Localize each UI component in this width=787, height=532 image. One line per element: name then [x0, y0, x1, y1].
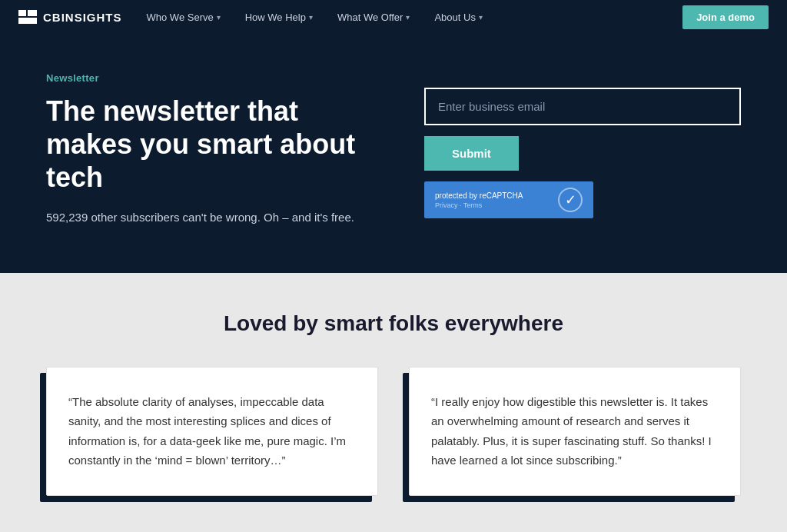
- testimonial-item-1: “The absolute clarity of analyses, impec…: [46, 367, 378, 496]
- hero-title: The newsletter that makes you smart abou…: [46, 95, 363, 195]
- hero-left: Newsletter The newsletter that makes you…: [46, 72, 363, 227]
- navbar: CBINSIGHTS Who We Serve ▾ How We Help ▾ …: [0, 0, 787, 34]
- email-input[interactable]: [424, 88, 741, 125]
- logo-icon: [18, 10, 37, 24]
- svg-rect-1: [28, 10, 37, 16]
- testimonial-card: “I really enjoy how digestible this news…: [409, 367, 741, 496]
- svg-rect-0: [18, 10, 26, 16]
- testimonial-card: “The absolute clarity of analyses, impec…: [46, 367, 378, 496]
- logo[interactable]: CBINSIGHTS: [18, 10, 122, 24]
- hero-label: Newsletter: [46, 72, 363, 84]
- recaptcha-logo-icon: ✓: [558, 188, 583, 212]
- hero-section: Newsletter The newsletter that makes you…: [0, 34, 787, 273]
- logo-text: CBINSIGHTS: [43, 11, 122, 24]
- testimonials-container: “The absolute clarity of analyses, impec…: [46, 367, 741, 496]
- hero-subtitle: 592,239 other subscribers can't be wrong…: [46, 208, 363, 227]
- testimonial-item-2: “I really enjoy how digestible this news…: [409, 367, 741, 496]
- nav-item-how-we-help[interactable]: How We Help ▾: [233, 0, 325, 34]
- chevron-down-icon: ▾: [217, 13, 221, 22]
- section-title: Loved by smart folks everywhere: [46, 311, 741, 336]
- chevron-down-icon: ▾: [406, 13, 410, 22]
- recaptcha-widget: protected by reCAPTCHA Privacy · Terms ✓: [424, 181, 593, 218]
- recaptcha-text: protected by reCAPTCHA Privacy · Terms: [435, 191, 550, 209]
- nav-item-who-we-serve[interactable]: Who We Serve ▾: [134, 0, 233, 34]
- chevron-down-icon: ▾: [309, 13, 313, 22]
- testimonial-text: “I really enjoy how digestible this news…: [431, 392, 719, 470]
- submit-button[interactable]: Submit: [424, 136, 519, 171]
- social-proof-section: Loved by smart folks everywhere “The abs…: [0, 273, 787, 527]
- nav-item-about-us[interactable]: About Us ▾: [422, 0, 494, 34]
- svg-rect-2: [18, 18, 37, 24]
- join-demo-button[interactable]: Join a demo: [682, 5, 769, 29]
- nav-item-what-we-offer[interactable]: What We Offer ▾: [325, 0, 423, 34]
- hero-right: Submit protected by reCAPTCHA Privacy · …: [424, 72, 741, 218]
- chevron-down-icon: ▾: [479, 13, 483, 22]
- testimonial-text: “The absolute clarity of analyses, impec…: [68, 392, 356, 470]
- nav-items: Who We Serve ▾ How We Help ▾ What We Off…: [134, 0, 683, 34]
